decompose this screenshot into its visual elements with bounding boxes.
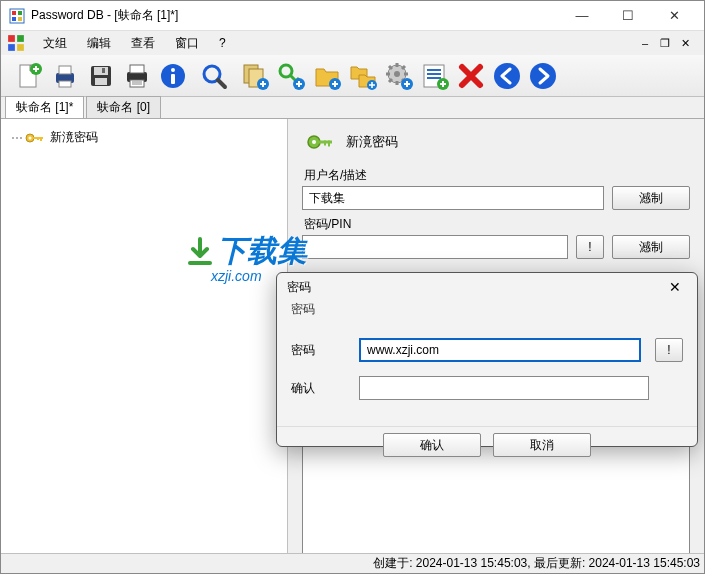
toolbar [1, 55, 704, 97]
mdi-controls: – ❐ ✕ [638, 36, 698, 50]
username-input[interactable] [302, 186, 604, 210]
window-title: Password DB - [蚨命名 [1]*] [31, 7, 568, 24]
svg-point-46 [494, 63, 520, 89]
dialog-password-row: 密码 ! [291, 338, 683, 362]
dialog-body: 密码 ! 确认 [277, 326, 697, 426]
status-text: 创建于: 2024-01-13 15:45:03, 最后更新: 2024-01-… [373, 555, 700, 572]
svg-rect-26 [171, 74, 175, 84]
menu-bar: 文组 编辑 查看 窗口 ? – ❐ ✕ [1, 31, 704, 55]
print-preview-button[interactable] [120, 59, 154, 93]
menu-help[interactable]: ? [209, 36, 236, 50]
save-button[interactable] [84, 59, 118, 93]
svg-rect-51 [40, 137, 42, 141]
tree-panel: ⋯ 新滰密码 [1, 119, 288, 555]
dialog-button-row: 确认 取消 [277, 426, 697, 467]
entry-title: 新滰密码 [346, 133, 398, 151]
svg-rect-8 [17, 44, 24, 51]
mdi-restore-button[interactable]: ❐ [658, 36, 672, 50]
detail-header: 新滰密码 [302, 127, 690, 163]
title-bar: Password DB - [蚨命名 [1]*] — ☐ ✕ [1, 1, 704, 31]
menu-view[interactable]: 查看 [121, 35, 165, 52]
svg-point-39 [394, 71, 400, 77]
svg-rect-1 [12, 11, 16, 15]
tab-unnamed-0[interactable]: 蚨命名 [0] [86, 96, 161, 118]
svg-rect-5 [8, 35, 15, 42]
svg-rect-2 [18, 11, 22, 15]
mdi-close-button[interactable]: ✕ [678, 36, 692, 50]
password-input[interactable] [302, 235, 568, 259]
username-label: 用户名/描述 [304, 167, 690, 184]
dialog-confirm-row: 确认 [291, 376, 683, 400]
dialog-title: 密码 [287, 279, 311, 296]
password-dialog: 密码 ✕ 密码 密码 ! 确认 确认 取消 [276, 272, 698, 447]
dialog-password-input[interactable] [359, 338, 641, 362]
dialog-confirm-input[interactable] [359, 376, 649, 400]
delete-button[interactable] [454, 59, 488, 93]
mdi-minimize-button[interactable]: – [638, 36, 652, 50]
copy-username-button[interactable]: 澸制 [612, 186, 690, 210]
previous-button[interactable] [490, 59, 524, 93]
svg-rect-17 [95, 78, 107, 85]
svg-rect-3 [12, 17, 16, 21]
svg-rect-57 [324, 141, 326, 146]
dialog-close-button[interactable]: ✕ [663, 279, 687, 295]
document-tabs: 蚨命名 [1]* 蚨命名 [0] [1, 97, 704, 119]
print-button[interactable] [48, 59, 82, 93]
dialog-subtitle: 密码 [277, 301, 697, 326]
key-icon [24, 130, 46, 146]
next-button[interactable] [526, 59, 560, 93]
menu-window[interactable]: 窗口 [165, 35, 209, 52]
new-folder-button[interactable] [310, 59, 344, 93]
new-db-button[interactable] [12, 59, 46, 93]
svg-rect-52 [37, 137, 39, 140]
dialog-confirm-label: 确认 [291, 380, 345, 397]
app-icon [9, 8, 25, 24]
copy-password-button[interactable]: 澸制 [612, 235, 690, 259]
dialog-ok-button[interactable]: 确认 [383, 433, 481, 457]
list-add-button[interactable] [418, 59, 452, 93]
svg-rect-20 [130, 65, 144, 73]
svg-point-49 [29, 136, 32, 139]
svg-rect-14 [59, 81, 71, 87]
minimize-button[interactable]: — [568, 6, 596, 26]
menu-edit[interactable]: 编辑 [77, 35, 121, 52]
svg-rect-6 [17, 35, 24, 42]
svg-rect-7 [8, 44, 15, 51]
dialog-cancel-button[interactable]: 取消 [493, 433, 591, 457]
password-label: 密码/PIN [304, 216, 690, 233]
new-subfolder-button[interactable] [346, 59, 380, 93]
dialog-titlebar: 密码 ✕ [277, 273, 697, 301]
dialog-password-label: 密码 [291, 342, 345, 359]
svg-point-25 [171, 68, 175, 72]
maximize-button[interactable]: ☐ [614, 6, 642, 26]
tab-unnamed-1[interactable]: 蚨命名 [1]* [5, 96, 84, 118]
tree-connector: ⋯ [11, 131, 22, 145]
svg-rect-4 [18, 17, 22, 21]
new-key-button[interactable] [274, 59, 308, 93]
svg-rect-16 [94, 67, 108, 75]
key-icon [306, 131, 334, 153]
settings-add-button[interactable] [382, 59, 416, 93]
tree-item-new-password[interactable]: ⋯ 新滰密码 [7, 127, 281, 148]
svg-rect-56 [328, 141, 330, 147]
dialog-reveal-button[interactable]: ! [655, 338, 683, 362]
svg-point-54 [312, 140, 316, 144]
menu-file[interactable]: 文组 [33, 35, 77, 52]
copy-entry-button[interactable] [238, 59, 272, 93]
window-controls: — ☐ ✕ [568, 6, 688, 26]
status-bar: 创建于: 2024-01-13 15:45:03, 最后更新: 2024-01-… [1, 553, 704, 573]
tree-item-label: 新滰密码 [50, 129, 98, 146]
info-button[interactable] [156, 59, 190, 93]
username-row: 澸制 [302, 186, 690, 210]
app-menu-icon [7, 34, 25, 52]
search-button[interactable] [197, 59, 231, 93]
svg-line-28 [218, 80, 225, 87]
svg-point-47 [530, 63, 556, 89]
svg-rect-13 [59, 66, 71, 74]
reveal-password-button[interactable]: ! [576, 235, 604, 259]
password-row: ! 澸制 [302, 235, 690, 259]
close-button[interactable]: ✕ [660, 6, 688, 26]
svg-rect-18 [102, 68, 105, 73]
